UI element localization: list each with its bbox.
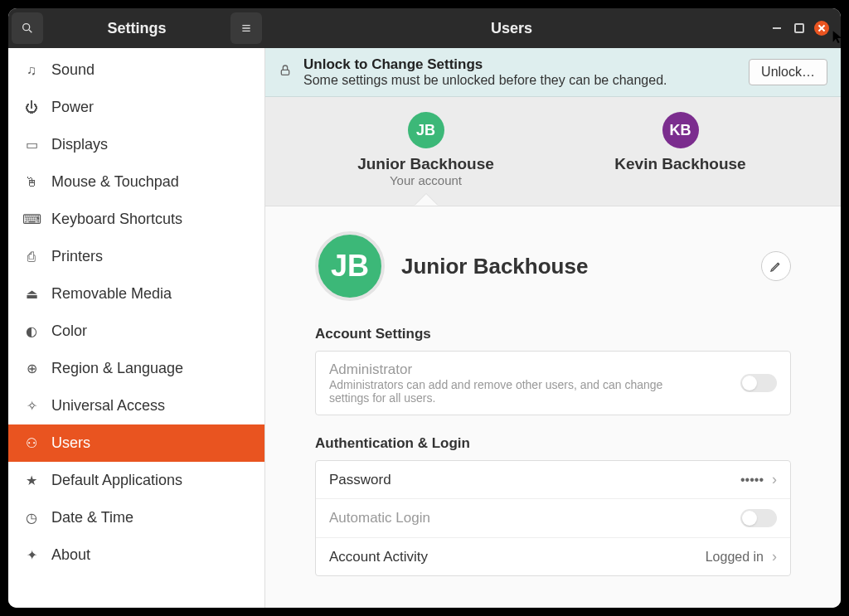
sidebar-item-label: Keyboard Shortcuts — [51, 211, 182, 228]
sidebar-title: Settings — [46, 20, 227, 37]
search-button[interactable] — [12, 12, 43, 44]
sidebar-item-printers[interactable]: ⎙Printers — [8, 238, 264, 275]
sidebar-item-label: Default Applications — [51, 472, 182, 489]
password-row[interactable]: Password ••••• › — [316, 461, 790, 499]
minimize-button[interactable] — [769, 21, 784, 36]
avatar: JB — [408, 112, 444, 148]
auth-panel: Password ••••• › Automatic Login Account… — [315, 460, 791, 576]
automatic-login-row: Automatic Login — [316, 499, 790, 538]
unlock-banner: Unlock to Change Settings Some settings … — [265, 48, 841, 97]
removable-media-icon: ⏏ — [23, 286, 40, 302]
page-title: Users — [265, 20, 758, 37]
sidebar-item-color[interactable]: ◐Color — [8, 313, 264, 350]
profile-name: Junior Backhouse — [401, 254, 745, 279]
sidebar-item-label: Date & Time — [51, 509, 133, 526]
hamburger-menu-button[interactable] — [230, 12, 262, 44]
date-time-icon: ◷ — [23, 510, 40, 526]
user-switcher: JBJunior BackhouseYour accountKBKevin Ba… — [265, 97, 841, 206]
sidebar-item-sound[interactable]: ♫Sound — [8, 51, 264, 89]
administrator-toggle[interactable] — [740, 374, 777, 392]
avatar: KB — [662, 112, 699, 148]
user-name-label: Junior Backhouse — [335, 155, 517, 173]
sidebar-item-power[interactable]: ⏻Power — [8, 89, 264, 126]
printers-icon: ⎙ — [23, 250, 40, 264]
window-body: ♫Sound⏻Power▭Displays🖱Mouse & Touchpad⌨K… — [8, 48, 841, 608]
sidebar-item-label: Removable Media — [51, 285, 172, 303]
sidebar-item-universal-access[interactable]: ✧Universal Access — [8, 387, 264, 424]
sidebar-item-label: Region & Language — [51, 360, 183, 377]
chevron-right-icon: › — [772, 471, 777, 488]
universal-access-icon: ✧ — [23, 398, 40, 414]
color-icon: ◐ — [23, 323, 40, 339]
lock-icon — [279, 64, 292, 80]
automatic-login-label: Automatic Login — [329, 510, 740, 526]
user-card-kevin-backhouse[interactable]: KBKevin Backhouse — [589, 112, 772, 187]
window-controls — [758, 21, 841, 36]
sidebar[interactable]: ♫Sound⏻Power▭Displays🖱Mouse & Touchpad⌨K… — [8, 48, 265, 608]
maximize-button[interactable] — [794, 23, 804, 33]
displays-icon: ▭ — [23, 137, 40, 153]
profile-avatar[interactable]: JB — [315, 231, 385, 301]
account-settings-title: Account Settings — [315, 326, 791, 342]
svg-point-0 — [23, 24, 30, 31]
administrator-label: Administrator — [329, 361, 740, 378]
account-activity-label: Account Activity — [329, 549, 706, 565]
automatic-login-toggle[interactable] — [740, 509, 777, 527]
sidebar-item-date-time[interactable]: ◷Date & Time — [8, 499, 264, 536]
svg-rect-5 — [281, 70, 289, 75]
sidebar-item-label: About — [51, 546, 90, 564]
unlock-button[interactable]: Unlock… — [749, 59, 827, 85]
user-name-label: Kevin Backhouse — [589, 155, 772, 173]
default-applications-icon: ★ — [23, 473, 40, 488]
sound-icon: ♫ — [23, 63, 40, 78]
svg-line-1 — [29, 30, 32, 32]
account-settings-panel: Administrator Administrators can add and… — [315, 351, 791, 415]
user-sub-label: Your account — [335, 173, 517, 187]
sidebar-item-region-language[interactable]: ⊕Region & Language — [8, 350, 264, 387]
users-icon: ⚇ — [23, 435, 40, 451]
sidebar-item-label: Sound — [51, 61, 95, 79]
titlebar-left: Settings — [8, 8, 265, 48]
user-card-junior-backhouse[interactable]: JBJunior BackhouseYour account — [335, 112, 517, 187]
unlock-text: Unlock to Change Settings Some settings … — [303, 56, 737, 88]
mouse-touchpad-icon: 🖱 — [23, 175, 40, 190]
sidebar-item-about[interactable]: ✦About — [8, 536, 264, 574]
password-label: Password — [329, 472, 740, 488]
sidebar-item-users[interactable]: ⚇Users — [8, 424, 264, 462]
sidebar-item-default-applications[interactable]: ★Default Applications — [8, 462, 264, 499]
settings-window: Settings Users ♫Sound⏻Power▭Displays🖱Mou… — [8, 8, 841, 608]
sidebar-item-label: Displays — [51, 136, 108, 153]
power-icon: ⏻ — [23, 100, 40, 115]
account-activity-value: Logged in — [706, 550, 764, 565]
sidebar-item-label: Printers — [51, 248, 103, 265]
main-panel: Unlock to Change Settings Some settings … — [265, 48, 841, 608]
titlebar-right: Users — [265, 8, 841, 48]
sidebar-item-label: Universal Access — [51, 397, 165, 415]
administrator-row: Administrator Administrators can add and… — [316, 352, 790, 415]
chevron-right-icon: › — [772, 548, 777, 565]
about-icon: ✦ — [23, 547, 40, 563]
profile-header: JB Junior Backhouse — [315, 231, 791, 301]
titlebar: Settings Users — [8, 8, 841, 48]
sidebar-item-keyboard-shortcuts[interactable]: ⌨Keyboard Shortcuts — [8, 201, 264, 238]
region-language-icon: ⊕ — [23, 361, 40, 376]
administrator-description: Administrators can add and remove other … — [329, 378, 677, 405]
sidebar-item-label: Mouse & Touchpad — [51, 173, 179, 191]
sidebar-item-label: Color — [51, 323, 87, 340]
password-value: ••••• — [740, 473, 764, 487]
sidebar-item-displays[interactable]: ▭Displays — [8, 126, 264, 163]
unlock-title: Unlock to Change Settings — [303, 56, 737, 73]
content-area: JB Junior Backhouse Account Settings Adm… — [265, 206, 841, 608]
keyboard-shortcuts-icon: ⌨ — [23, 211, 40, 227]
close-button[interactable] — [814, 21, 829, 36]
unlock-subtitle: Some settings must be unlocked before th… — [303, 73, 737, 88]
account-activity-row[interactable]: Account Activity Logged in › — [316, 538, 790, 575]
auth-section-title: Authentication & Login — [315, 435, 791, 452]
sidebar-item-removable-media[interactable]: ⏏Removable Media — [8, 275, 264, 313]
sidebar-item-mouse-touchpad[interactable]: 🖱Mouse & Touchpad — [8, 163, 264, 201]
sidebar-item-label: Users — [51, 434, 90, 452]
sidebar-item-label: Power — [51, 99, 94, 116]
edit-name-button[interactable] — [761, 251, 791, 281]
